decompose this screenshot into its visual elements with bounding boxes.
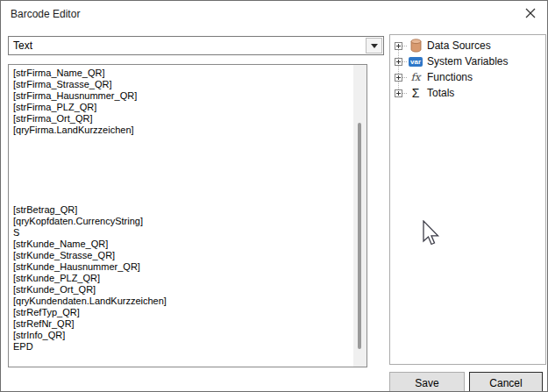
barcode-type-value: Text (13, 39, 32, 52)
editor-scrollbar[interactable] (353, 65, 367, 367)
expand-plus-icon[interactable] (395, 74, 402, 82)
titlebar: Barcode Editor (1, 1, 547, 27)
tree-item-data-sources[interactable]: Data Sources (390, 38, 545, 53)
tree-item-label[interactable]: Totals (424, 87, 454, 99)
tree-item-label[interactable]: Functions (424, 71, 473, 83)
sigma-icon: Σ (412, 87, 420, 99)
tree-item-functions[interactable]: fx Functions (390, 69, 545, 85)
barcode-text-editor[interactable]: [strFirma_Name_QR] [strFirma_Strasse_QR]… (8, 64, 367, 367)
close-button[interactable] (517, 3, 544, 24)
barcode-type-dropdown[interactable]: Text (8, 36, 384, 55)
expand-plus-icon[interactable] (395, 42, 402, 50)
window-title: Barcode Editor (1, 8, 80, 20)
editor-scrollbar-thumb[interactable] (358, 123, 361, 349)
expand-plus-icon[interactable] (395, 58, 402, 66)
barcode-editor-dialog: Barcode Editor Text [strFirma_Name_QR] [… (0, 0, 548, 392)
close-icon (525, 8, 536, 18)
tree-item-label[interactable]: System Variables (424, 55, 508, 68)
barcode-text-content[interactable]: [strFirma_Name_QR] [strFirma_Strasse_QR]… (13, 68, 351, 364)
dropdown-button[interactable] (366, 38, 382, 53)
var-badge-icon: var (409, 57, 423, 67)
tree-item-totals[interactable]: Σ Totals (390, 85, 545, 101)
save-button[interactable]: Save (389, 372, 465, 392)
expand-plus-icon[interactable] (395, 89, 402, 97)
tree-item-system-variables[interactable]: var System Variables (390, 53, 545, 69)
chevron-down-icon (371, 44, 378, 48)
tree-item-label[interactable]: Data Sources (424, 39, 491, 52)
fx-icon: fx (410, 71, 420, 83)
cancel-button[interactable]: Cancel (469, 372, 543, 392)
database-icon (410, 39, 422, 53)
fields-tree-panel: Data Sources var System Variables fx Fun… (389, 34, 546, 365)
